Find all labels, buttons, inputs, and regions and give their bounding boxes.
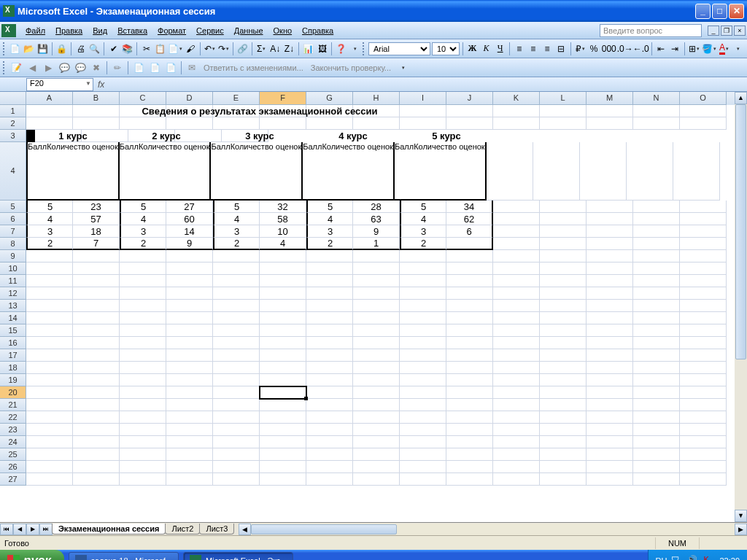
toolbar-handle[interactable]: [3, 61, 6, 74]
cell[interactable]: 3: [306, 225, 353, 238]
cell[interactable]: [680, 386, 727, 399]
cell[interactable]: [540, 238, 587, 250]
cell[interactable]: [540, 300, 587, 312]
cell[interactable]: [26, 287, 73, 300]
show-comment-button[interactable]: 💬: [57, 61, 71, 75]
cell[interactable]: [213, 473, 260, 486]
cell[interactable]: [587, 436, 633, 448]
cell[interactable]: [353, 436, 400, 448]
cell[interactable]: [120, 424, 166, 436]
cell[interactable]: [446, 461, 493, 473]
cell[interactable]: [493, 225, 540, 238]
cell[interactable]: [587, 386, 633, 399]
cell[interactable]: [260, 262, 306, 275]
cell[interactable]: [166, 473, 213, 486]
cell[interactable]: [26, 424, 73, 436]
cell[interactable]: [120, 287, 166, 300]
cell[interactable]: [213, 436, 260, 448]
research-button[interactable]: 📚: [121, 42, 133, 56]
cell[interactable]: [587, 105, 633, 117]
cell[interactable]: [306, 250, 353, 262]
row-header[interactable]: 22: [0, 411, 26, 424]
cell[interactable]: [120, 337, 166, 349]
copy-button[interactable]: 📋: [154, 42, 166, 56]
cell[interactable]: [446, 250, 493, 262]
increase-indent-button[interactable]: ⇥: [669, 42, 681, 56]
cell[interactable]: [587, 312, 633, 324]
cell[interactable]: [446, 300, 493, 312]
cell[interactable]: [633, 362, 680, 374]
cell[interactable]: [166, 448, 213, 461]
cell[interactable]: [493, 275, 540, 287]
cell[interactable]: [26, 448, 73, 461]
cell[interactable]: [166, 424, 213, 436]
cell[interactable]: [587, 300, 633, 312]
name-box[interactable]: F20▼: [26, 78, 93, 91]
cell[interactable]: [633, 324, 680, 337]
format-painter-button[interactable]: 🖌: [184, 42, 196, 56]
tab-nav-prev[interactable]: ◀: [13, 524, 26, 535]
cell[interactable]: [260, 250, 306, 262]
cell[interactable]: [73, 411, 120, 424]
cell[interactable]: [633, 374, 680, 386]
cell[interactable]: [166, 250, 213, 262]
cell[interactable]: [73, 287, 120, 300]
cell[interactable]: [306, 448, 353, 461]
menu-view[interactable]: Вид: [88, 24, 112, 37]
row-header[interactable]: 5: [0, 201, 26, 213]
cell[interactable]: [680, 374, 727, 386]
worksheet-grid[interactable]: ABCDEFGHIJKLMNO 123456789101112131415161…: [0, 92, 747, 522]
cell[interactable]: [260, 349, 306, 362]
cell[interactable]: [353, 287, 400, 300]
cell[interactable]: [35, 130, 82, 142]
cell[interactable]: [26, 250, 73, 262]
cell[interactable]: [446, 262, 493, 275]
cell[interactable]: Балл: [301, 142, 322, 201]
underline-button[interactable]: Ч: [494, 42, 506, 56]
cell[interactable]: [73, 337, 120, 349]
tab-nav-next[interactable]: ▶: [26, 524, 39, 535]
cell[interactable]: [120, 473, 166, 486]
cell[interactable]: [633, 424, 680, 436]
cell[interactable]: [493, 287, 540, 300]
cell[interactable]: 18: [73, 225, 120, 238]
column-header[interactable]: N: [633, 92, 680, 105]
excel-icon[interactable]: [1, 24, 16, 37]
cell[interactable]: 32: [260, 201, 306, 213]
cell[interactable]: [260, 386, 306, 399]
cell[interactable]: [446, 337, 493, 349]
cell[interactable]: [587, 238, 633, 250]
cell[interactable]: 27: [166, 201, 213, 213]
cell[interactable]: [446, 411, 493, 424]
cell[interactable]: [540, 473, 587, 486]
cell[interactable]: [260, 287, 306, 300]
row-header[interactable]: 24: [0, 436, 26, 448]
cell[interactable]: [306, 399, 353, 411]
close-button[interactable]: ✕: [729, 4, 744, 19]
column-header[interactable]: L: [540, 92, 587, 105]
scroll-thumb[interactable]: [735, 104, 746, 359]
cell[interactable]: [213, 386, 260, 399]
row-header[interactable]: 9: [0, 250, 26, 262]
cell[interactable]: [587, 117, 633, 130]
cell[interactable]: [400, 362, 446, 374]
cell[interactable]: [540, 324, 587, 337]
cell[interactable]: [680, 275, 727, 287]
menu-file[interactable]: Файл: [20, 24, 50, 37]
cell[interactable]: [120, 461, 166, 473]
cell[interactable]: [353, 117, 400, 130]
row-header[interactable]: 2: [0, 117, 26, 130]
cell[interactable]: [120, 312, 166, 324]
cell[interactable]: [587, 374, 633, 386]
cell[interactable]: [446, 473, 493, 486]
menu-window[interactable]: Окно: [268, 24, 298, 37]
cell[interactable]: [680, 287, 727, 300]
cell[interactable]: [166, 374, 213, 386]
cell[interactable]: 3: [120, 225, 166, 238]
cell[interactable]: [587, 424, 633, 436]
cell[interactable]: [306, 312, 353, 324]
row-header[interactable]: 8: [0, 238, 26, 250]
row-header[interactable]: 20: [0, 386, 26, 399]
cell[interactable]: [260, 105, 306, 117]
cell[interactable]: [680, 473, 727, 486]
